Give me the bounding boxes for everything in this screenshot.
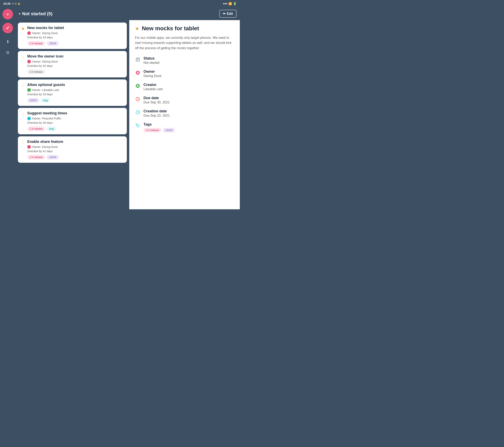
task-card-header: ☆ Allow optional guests Owner: Likeable … <box>21 83 124 103</box>
task-detail-panel: ★ New mocks for tablet For our mobile ap… <box>129 20 240 209</box>
detail-creator-value: Likeable Lark <box>144 87 163 91</box>
owner-avatar <box>27 117 31 120</box>
status-bar-right: ▾▾▾ 📶 🔋 <box>223 2 236 5</box>
detail-title: New mocks for tablet <box>142 25 199 32</box>
owner-avatar <box>27 88 31 92</box>
detail-header: ★ New mocks for tablet <box>135 25 234 32</box>
detail-tags-list: 2.4 releaseUI/UX <box>144 128 175 132</box>
task-tag[interactable]: 2.4 release <box>27 126 45 131</box>
task-list-panel: ★ New mocks for tablet Owner: Daring Dov… <box>16 20 129 209</box>
task-tags: 2.4 releaseUI/UX <box>27 41 124 46</box>
detail-tag[interactable]: 2.4 release <box>144 128 161 132</box>
task-tag[interactable]: UI/UX <box>47 41 59 46</box>
edit-button[interactable]: ✏ Edit <box>219 10 236 18</box>
svg-point-9 <box>137 125 137 125</box>
task-card-header: ★ New mocks for tablet Owner: Daring Dov… <box>21 26 124 46</box>
inbox-icon: ⬇ <box>6 39 10 44</box>
task-card-header: ☆ Enable share feature Owner: Daring Dov… <box>21 140 124 160</box>
detail-owner-value: Daring Dove <box>144 74 162 78</box>
task-card[interactable]: ☆ Move the owner icon Owner: Daring Dove… <box>18 51 127 77</box>
signal-icon: 📶 <box>228 2 232 5</box>
task-tags: 2.3 release <box>27 70 124 74</box>
app-icon-a: A <box>12 2 14 5</box>
chevron-down-icon[interactable]: ▾ <box>19 12 20 16</box>
battery-icon: 🔋 <box>233 2 236 5</box>
task-card[interactable]: ★ New mocks for tablet Owner: Daring Dov… <box>18 22 127 49</box>
detail-creator-label: Creator <box>144 83 163 87</box>
task-tag[interactable]: 2.4 release <box>27 155 45 160</box>
content-area: ▾ Not started (5) ✏ Edit ★ New mocks for… <box>16 7 240 209</box>
task-tag[interactable]: UI/UX <box>27 98 39 103</box>
edit-label: Edit <box>227 12 233 16</box>
task-tags: 2.4 releaseUI/UX <box>27 155 124 160</box>
tasks-button[interactable]: ✔ <box>2 23 13 33</box>
task-card[interactable]: ☆ Suggest meeting times Owner: Peaceful … <box>18 108 127 134</box>
task-overdue: Overdue by 33 days <box>27 93 124 96</box>
detail-star-icon[interactable]: ★ <box>135 26 139 32</box>
split-pane: ★ New mocks for tablet Owner: Daring Dov… <box>16 20 240 209</box>
star-icon[interactable]: ★ <box>21 26 25 31</box>
task-tag[interactable]: 2.3 release <box>27 70 45 74</box>
task-card[interactable]: ☆ Enable share feature Owner: Daring Dov… <box>18 136 127 163</box>
detail-tag[interactable]: UI/UX <box>163 128 175 132</box>
creator-icon <box>135 83 141 89</box>
task-tag[interactable]: eng <box>41 98 50 103</box>
gear-icon: ⚙ <box>6 50 10 55</box>
task-owner: Owner: Daring Dove <box>27 145 124 149</box>
add-button[interactable]: + <box>2 9 13 19</box>
status-bar: 10:20 A ◎ 🔒 ▾▾▾ 📶 🔋 <box>0 0 240 7</box>
header-left: ▾ Not started (5) <box>19 11 53 17</box>
owner-avatar <box>27 60 31 63</box>
task-title: Allow optional guests <box>27 83 124 87</box>
status-icon <box>135 57 141 62</box>
task-title: Move the owner icon <box>27 54 124 58</box>
inbox-button[interactable]: ⬇ <box>3 37 12 46</box>
due-date-icon <box>135 96 141 102</box>
detail-due-label: Due date <box>144 96 170 100</box>
task-tag[interactable]: UI/UX <box>47 155 59 160</box>
task-card-body: Move the owner icon Owner: Daring Dove O… <box>27 54 124 74</box>
detail-due-content: Due date Due Sep 30, 2021 <box>144 96 170 104</box>
detail-creation-label: Creation date <box>144 109 170 113</box>
creation-date-icon <box>135 109 141 115</box>
detail-creator-field: Creator Likeable Lark <box>135 83 234 91</box>
task-card[interactable]: ☆ Allow optional guests Owner: Likeable … <box>18 79 127 106</box>
task-card-body: Enable share feature Owner: Daring Dove … <box>27 140 124 160</box>
task-tag[interactable]: 2.4 release <box>27 41 45 46</box>
detail-owner-field: Owner Daring Dove <box>135 70 234 78</box>
svg-rect-2 <box>137 59 138 60</box>
detail-creation-value: Due Sep 23, 2021 <box>144 114 170 117</box>
star-icon[interactable]: ☆ <box>21 140 25 145</box>
star-icon[interactable]: ☆ <box>21 111 25 116</box>
detail-creator-content: Creator Likeable Lark <box>144 83 163 91</box>
owner-icon <box>135 70 141 76</box>
task-tags: 2.4 releaseeng <box>27 126 124 131</box>
task-title: New mocks for tablet <box>27 26 124 30</box>
owner-avatar <box>27 31 31 35</box>
detail-creation-content: Creation date Due Sep 23, 2021 <box>144 109 170 117</box>
star-icon[interactable]: ☆ <box>21 55 25 59</box>
star-icon[interactable]: ☆ <box>21 83 25 88</box>
task-overdue: Overdue by 32 days <box>27 64 124 68</box>
detail-status-label: Status <box>144 56 159 61</box>
lock-icon: 🔒 <box>18 2 20 5</box>
owner-avatar <box>27 145 31 149</box>
task-tag[interactable]: eng <box>47 126 56 131</box>
task-tags: UI/UXeng <box>27 98 124 103</box>
detail-tags-field: Tags 2.4 releaseUI/UX <box>135 122 234 132</box>
detail-status-field: Status Not started <box>135 56 234 65</box>
task-overdue: Overdue by 24 days <box>27 36 124 39</box>
detail-status-content: Status Not started <box>144 56 159 65</box>
detail-owner-content: Owner Daring Dove <box>144 70 162 78</box>
pencil-icon: ✏ <box>223 12 226 16</box>
detail-due-value: Due Sep 30, 2021 <box>144 101 170 104</box>
settings-button[interactable]: ⚙ <box>3 48 12 57</box>
detail-status-value: Not started <box>144 61 159 65</box>
task-card-header: ☆ Suggest meeting times Owner: Peaceful … <box>21 111 124 131</box>
task-card-body: Suggest meeting times Owner: Peaceful Pu… <box>27 111 124 131</box>
detail-tags-content: Tags 2.4 releaseUI/UX <box>144 122 175 132</box>
header: ▾ Not started (5) ✏ Edit <box>16 7 240 20</box>
task-card-body: Allow optional guests Owner: Likeable La… <box>27 83 124 103</box>
detail-due-field: Due date Due Sep 30, 2021 <box>135 96 234 104</box>
sidebar: + ✔ ⬇ ⚙ <box>0 7 16 209</box>
